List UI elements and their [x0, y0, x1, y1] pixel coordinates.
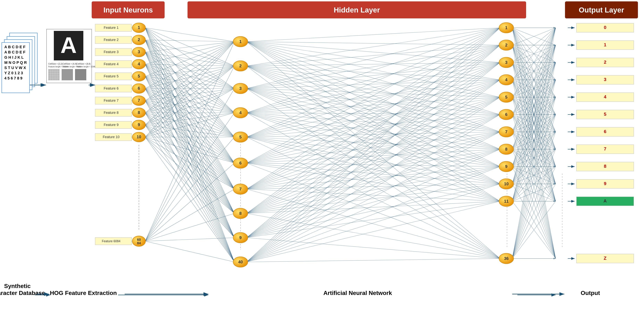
svg-line-43 [145, 42, 234, 64]
svg-rect-540 [48, 69, 60, 80]
svg-line-83 [145, 42, 234, 113]
svg-line-235 [246, 97, 500, 262]
svg-text:5: 5 [138, 74, 140, 78]
svg-text:2: 2 [604, 59, 606, 65]
svg-text:2: 2 [138, 37, 140, 42]
svg-text:1: 1 [239, 39, 242, 44]
svg-text:9: 9 [138, 122, 140, 127]
svg-line-165 [246, 113, 500, 132]
svg-text:Feature 10: Feature 10 [103, 135, 120, 139]
svg-text:A B C D E F: A B C D E F [4, 50, 25, 54]
svg-line-151 [246, 88, 500, 97]
svg-rect-542 [75, 69, 86, 80]
svg-text:HOG Feature Extraction: HOG Feature Extraction [50, 290, 117, 296]
svg-text:Output: Output [580, 290, 600, 296]
svg-text:5: 5 [604, 112, 606, 117]
svg-text:84: 84 [137, 241, 141, 245]
svg-line-122 [145, 241, 234, 262]
svg-text:11: 11 [504, 199, 509, 204]
main-container: { "headers": { "input_neurons": "Input N… [0, 0, 644, 309]
svg-text:4: 4 [604, 94, 606, 99]
svg-line-242 [246, 259, 500, 262]
svg-text:Feature 8: Feature 8 [104, 111, 118, 114]
svg-text:10: 10 [504, 182, 509, 186]
svg-text:40: 40 [238, 260, 243, 264]
output-layer-header-text: Output Layer [579, 6, 624, 14]
svg-line-98 [145, 125, 234, 163]
svg-text:3: 3 [604, 77, 606, 82]
svg-text:2: 2 [505, 43, 507, 47]
svg-text:Feature 3: Feature 3 [104, 50, 118, 54]
svg-line-25 [145, 40, 234, 88]
svg-text:Feature 5: Feature 5 [104, 74, 118, 78]
svg-text:G H I J K L: G H I J K L [4, 55, 24, 59]
svg-line-48 [145, 64, 234, 163]
svg-text:4 5 6 7 8 9: 4 5 6 7 8 9 [4, 76, 22, 80]
svg-line-234 [246, 80, 500, 262]
svg-text:3: 3 [138, 49, 140, 54]
svg-text:Artificial Neural Network: Artificial Neural Network [324, 290, 392, 296]
svg-text:A: A [60, 32, 77, 58]
svg-line-149 [246, 62, 500, 88]
svg-text:9: 9 [505, 164, 507, 169]
svg-line-147 [246, 28, 500, 88]
svg-text:1: 1 [138, 25, 140, 30]
svg-line-112 [145, 137, 234, 262]
svg-text:Feature length = 1298: Feature length = 1298 [76, 66, 95, 68]
svg-line-63 [145, 42, 234, 88]
svg-text:4: 4 [505, 77, 508, 82]
svg-text:9: 9 [604, 181, 606, 186]
svg-line-241 [246, 201, 500, 262]
svg-text:6: 6 [138, 86, 140, 91]
svg-line-168 [246, 113, 500, 184]
svg-text:7: 7 [604, 146, 606, 151]
svg-text:CellSize = [8,8]: CellSize = [8,8] [76, 63, 90, 65]
svg-line-118 [145, 163, 234, 241]
svg-line-68 [145, 88, 234, 163]
svg-text:2: 2 [239, 63, 242, 68]
svg-text:M N O P Q R: M N O P Q R [4, 60, 27, 65]
svg-line-23 [145, 40, 234, 42]
svg-line-38 [145, 52, 234, 163]
svg-line-102 [145, 125, 234, 262]
svg-text:7: 7 [505, 129, 507, 134]
svg-line-239 [246, 167, 500, 262]
svg-text:9: 9 [239, 235, 242, 240]
svg-rect-541 [62, 69, 73, 80]
svg-text:60: 60 [137, 238, 141, 242]
svg-text:4: 4 [138, 62, 140, 66]
svg-line-218 [246, 213, 500, 259]
svg-line-154 [246, 88, 500, 149]
svg-text:S T U V W X: S T U V W X [4, 66, 26, 70]
svg-line-15 [145, 28, 234, 88]
svg-line-201 [246, 132, 500, 189]
svg-text:Feature 7: Feature 7 [104, 99, 118, 102]
svg-text:7: 7 [239, 187, 242, 191]
svg-line-120 [145, 213, 234, 241]
svg-line-104 [145, 66, 234, 137]
svg-line-59 [145, 76, 234, 189]
svg-line-163 [246, 97, 500, 113]
svg-line-227 [246, 167, 500, 238]
svg-line-232 [246, 45, 500, 262]
svg-text:0: 0 [604, 25, 606, 30]
svg-line-209 [246, 62, 500, 213]
svg-text:8: 8 [138, 110, 140, 115]
svg-line-135 [246, 28, 500, 66]
svg-text:CellSize = [2,2]: CellSize = [2,2] [48, 63, 62, 65]
svg-text:Feature 2: Feature 2 [104, 38, 118, 42]
svg-text:1: 1 [505, 25, 507, 30]
svg-text:1: 1 [604, 42, 606, 47]
svg-text:8: 8 [239, 211, 242, 216]
svg-line-88 [145, 113, 234, 163]
svg-text:A: A [604, 198, 607, 204]
svg-line-183 [246, 28, 500, 163]
svg-line-153 [246, 88, 500, 132]
svg-text:Feature 9: Feature 9 [104, 123, 118, 127]
svg-text:5: 5 [505, 95, 507, 99]
svg-text:Feature 6: Feature 6 [104, 86, 118, 90]
svg-line-240 [246, 184, 500, 262]
svg-text:Synthetic: Synthetic [4, 283, 30, 289]
svg-line-110 [145, 137, 234, 213]
svg-line-123 [246, 28, 500, 42]
